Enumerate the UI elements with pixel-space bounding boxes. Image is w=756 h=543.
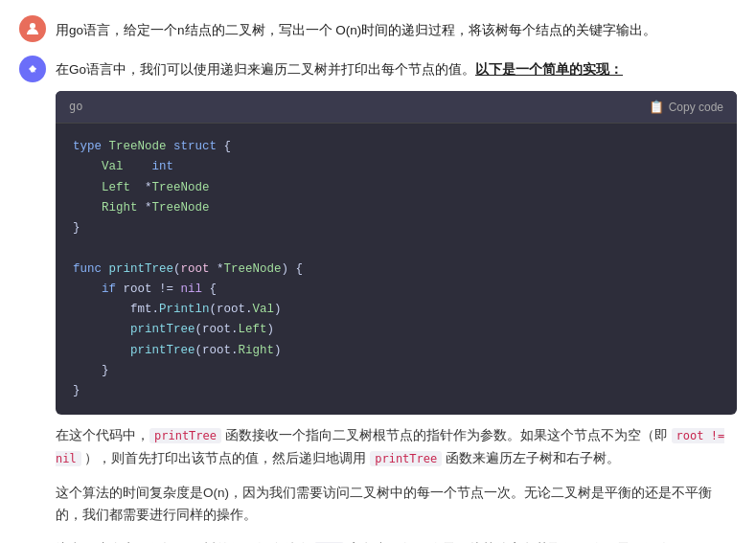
paragraph-1: 在这个代码中，printTree 函数接收一个指向二叉树根节点的指针作为参数。如… (56, 424, 737, 469)
code-header: go 📋 Copy code (56, 91, 737, 124)
copy-label: Copy code (669, 101, 723, 114)
code-body: type TreeNode struct { Val int Left *Tre… (56, 124, 737, 415)
assistant-avatar (19, 56, 46, 82)
copy-button[interactable]: 📋 Copy code (649, 100, 723, 114)
paragraph-3: 注意：这个实现假设二叉树的值已经存储在 Val 字段中。如果你需要从其他字段获取… (56, 538, 737, 543)
paragraph-2: 这个算法的时间复杂度是O(n)，因为我们需要访问二叉树中的每一个节点一次。无论二… (56, 482, 737, 527)
copy-icon: 📋 (649, 100, 664, 114)
inline-code-1: printTree (149, 428, 221, 443)
code-block: go 📋 Copy code type TreeNode struct { Va… (56, 91, 737, 415)
user-message-row: 用go语言，给定一个n结点的二叉树，写出一个 O(n)时间的递归过程，将该树每个… (19, 15, 737, 42)
assistant-message-content: 在Go语言中，我们可以使用递归来遍历二叉树并打印出每个节点的值。以下是一个简单的… (56, 56, 737, 543)
assistant-message-row: 在Go语言中，我们可以使用递归来遍历二叉树并打印出每个节点的值。以下是一个简单的… (19, 56, 737, 543)
assistant-intro: 在Go语言中，我们可以使用递归来遍历二叉树并打印出每个节点的值。以下是一个简单的… (56, 59, 737, 81)
user-message-content: 用go语言，给定一个n结点的二叉树，写出一个 O(n)时间的递归过程，将该树每个… (56, 15, 737, 41)
user-avatar (19, 15, 46, 42)
user-text: 用go语言，给定一个n结点的二叉树，写出一个 O(n)时间的递归过程，将该树每个… (56, 23, 656, 37)
svg-point-0 (30, 23, 35, 29)
inline-code-3: printTree (370, 451, 442, 466)
code-language: go (69, 98, 82, 116)
